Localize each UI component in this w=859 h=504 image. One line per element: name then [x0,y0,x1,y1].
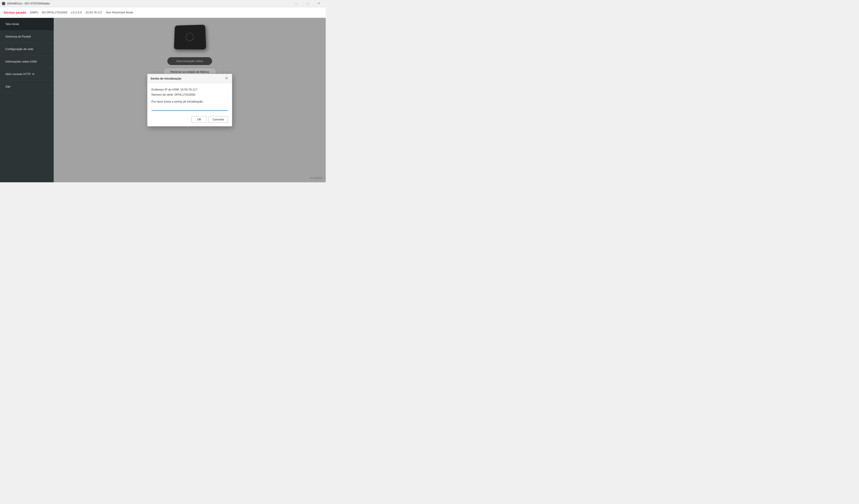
sidebar-item-gerencia-pocket[interactable]: Gerência do Pocket [0,30,54,43]
modal-prompt-label: Por favor insira a senha de inicializaçã… [151,100,228,103]
main-panel: Sincronização online Retornar ao estado … [54,18,326,182]
password-input[interactable] [151,105,228,111]
modal-dialog: Senha de inicialização ✕ Endereço IP do … [147,74,232,126]
sidebar-label-sair: Sair [5,85,11,88]
modal-footer: OK Cancelar [147,114,232,126]
app-container: Serviço parado (DMP) NS DPHL17010000 v.5… [0,7,326,182]
sidebar-label-config-rede: Configuração de rede [5,47,33,51]
modal-ip-value: 10.53.76.117 [180,88,197,91]
header-mode: Non Restricted Mode [106,11,133,14]
sidebar-label-abrir-console: Abrir console HTTP [5,73,31,76]
content-area: Tela Inicial Gerência do Pocket Configur… [0,18,326,182]
modal-ip-label: Endereço IP do HSM: [151,88,180,91]
minimize-button[interactable]: — [291,0,302,7]
modal-cancel-button[interactable]: Cancelar [209,116,228,123]
maximize-button[interactable]: □ [302,0,313,7]
header-ip: 10.53.76.117 [86,11,103,14]
header-bar: Serviço parado (DMP) NS DPHL17010000 v.5… [0,7,326,18]
modal-serial-label: Número de série: [151,93,174,96]
header-tag1: (DMP) [30,11,38,14]
sidebar-item-config-rede[interactable]: Configuração de rede [0,43,54,56]
modal-serial-value: DPHL17010000 [175,93,195,96]
modal-title: Senha de inicialização [151,77,181,80]
sidebar: Tela Inicial Gerência do Pocket Configur… [0,18,54,182]
title-bar-controls: — □ ✕ [291,0,324,7]
modal-close-button[interactable]: ✕ [224,76,229,81]
close-button[interactable]: ✕ [314,0,324,7]
modal-ok-button[interactable]: OK [192,116,207,123]
modal-info: Endereço IP do HSM: 10.53.76.117 Número … [151,87,228,97]
header-version: v.5.2.0.0 [71,11,82,14]
sidebar-item-abrir-console[interactable]: Abrir console HTTP ⧉ [0,68,54,80]
app-icon [2,2,5,5]
sidebar-item-tela-inicial[interactable]: Tela Inicial [0,18,54,30]
service-status: Serviço parado [3,11,26,14]
title-bar: DINAMOcon - KEY-STATION\Nadia — □ ✕ [0,0,326,7]
sidebar-item-info-hsm[interactable]: Informações sobre HSM [0,56,54,68]
modal-body: Endereço IP do HSM: 10.53.76.117 Número … [147,83,232,114]
external-link-icon: ⧉ [32,73,34,76]
modal-header: Senha de inicialização ✕ [147,74,232,83]
header-info: (DMP) NS DPHL17010000 v.5.2.0.0 10.53.76… [30,11,133,14]
header-tag2: NS DPHL17010000 [42,11,67,14]
title-bar-text: DINAMOcon - KEY-STATION\Nadia [7,2,291,5]
sidebar-label-gerencia-pocket: Gerência do Pocket [5,35,31,38]
modal-overlay: Senha de inicialização ✕ Endereço IP do … [54,18,326,182]
sidebar-item-sair[interactable]: Sair [0,80,54,93]
sidebar-label-info-hsm: Informações sobre HSM [5,60,37,63]
sidebar-label-tela-inicial: Tela Inicial [5,22,19,26]
